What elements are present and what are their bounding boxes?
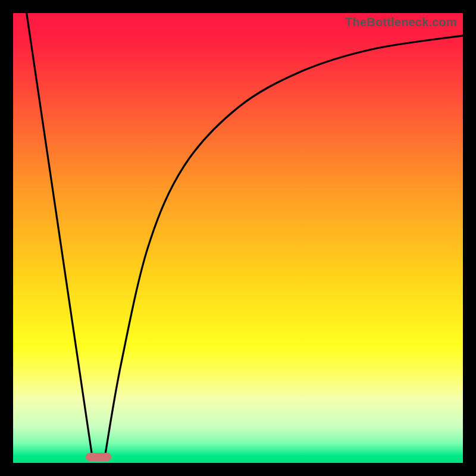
plot-area: TheBottleneck.com (13, 13, 463, 463)
chart-frame: TheBottleneck.com (0, 0, 476, 476)
bottleneck-marker (86, 453, 111, 461)
curve-layer (13, 13, 463, 463)
bottleneck-curve (27, 13, 463, 454)
